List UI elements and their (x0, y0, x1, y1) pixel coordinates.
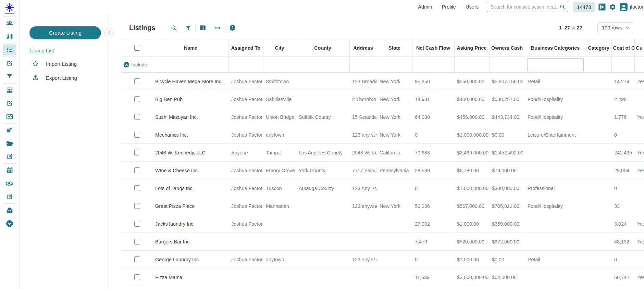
filter-icon[interactable] (181, 25, 195, 31)
row-checkbox[interactable] (134, 167, 140, 173)
column-header-name[interactable]: Name (153, 39, 228, 57)
table-row[interactable]: Lots of Drugs Inc.Joshua FactorTusconAut… (122, 179, 644, 197)
sidebar-item-folder[interactable] (0, 137, 19, 150)
cell-address (349, 233, 377, 251)
cell-state: New York (377, 73, 412, 90)
table-row[interactable]: Great Pizza PlaceJoshua FactorManhattan1… (122, 197, 644, 215)
cell-cu: Yes (634, 215, 644, 233)
nav-users[interactable]: Users (466, 4, 479, 10)
row-checkbox[interactable] (134, 221, 140, 227)
nav-admin[interactable]: Admin (418, 4, 432, 10)
column-header-assigned_to[interactable]: Assigned To (228, 39, 263, 57)
row-checkbox-cell (122, 233, 153, 251)
global-search-input[interactable] (487, 2, 568, 12)
cell-assigned_to: Joshua Factor (228, 251, 263, 268)
sidebar-item-mail[interactable] (0, 203, 19, 217)
sidebar-item-calendar[interactable] (0, 163, 19, 177)
column-header-state[interactable]: State (377, 39, 412, 57)
help-icon[interactable]: ? (225, 25, 239, 31)
column-header-city[interactable]: City (263, 39, 296, 57)
row-checkbox[interactable] (134, 185, 140, 191)
sidebar-item-compose[interactable] (0, 97, 19, 110)
column-header-cu[interactable]: Cu (634, 39, 644, 57)
table-row[interactable]: 2048 W. Kennedy, LLCAnyoneTampaLos Angel… (122, 144, 644, 162)
sidebar-item-edit[interactable] (0, 56, 19, 70)
cell-county (296, 251, 349, 268)
table-row[interactable]: Pizza Mama11,539$3,000,000.00$64,000.006… (122, 268, 644, 286)
export-listing-item[interactable]: Export Listing (32, 74, 109, 81)
cell-county (296, 90, 349, 108)
nav-profile[interactable]: Profile (442, 4, 456, 10)
rows-per-page-select[interactable]: 100 rows (597, 22, 633, 33)
sidebar-item-team[interactable] (0, 83, 19, 97)
columns-icon[interactable] (195, 24, 210, 31)
app-logo[interactable] (0, 0, 19, 16)
filter-cell-state (377, 57, 412, 73)
cell-cost_of_goods: 60,742 (611, 268, 634, 286)
cell-address: 15 Seaside (349, 108, 377, 126)
table-row[interactable]: Bicycle Haven Mega Store Inc.Joshua Fact… (122, 73, 644, 90)
sidebar-item-contacts[interactable] (0, 16, 19, 30)
notification-count-badge[interactable]: 14478 (573, 2, 595, 12)
business-categories-filter-input[interactable] (527, 58, 584, 71)
search-icon[interactable] (559, 4, 566, 10)
column-header-asking_price[interactable]: Asking Price (454, 39, 489, 57)
select-all-checkbox[interactable] (134, 45, 140, 51)
resize-horizontal-icon[interactable] (210, 24, 225, 32)
column-header-category[interactable]: Category (586, 39, 611, 57)
export-icon (32, 74, 39, 81)
table-row[interactable]: Mechanics Inc.Joshua Factoranytown123 an… (122, 126, 644, 144)
column-header-cost_of_goods[interactable]: Cost of Goods (611, 39, 634, 57)
include-filter-chip[interactable]: ✕Include (124, 62, 151, 67)
cell-address: 123 any st s (349, 126, 377, 144)
cell-owners_cash: $300,000.00 (489, 179, 525, 197)
row-checkbox[interactable] (134, 239, 140, 244)
remove-filter-icon[interactable]: ✕ (124, 62, 129, 67)
table-row[interactable]: Big Ben PubJoshua FactorSabillasville2 T… (122, 90, 644, 108)
sidebar-item-report-card[interactable] (0, 110, 19, 123)
create-listing-button[interactable]: Create Listing (29, 26, 101, 39)
row-checkbox-cell (122, 215, 153, 233)
panel-collapse-button[interactable] (104, 28, 114, 37)
sidebar-item-recruiting[interactable] (0, 30, 19, 43)
gear-icon[interactable] (609, 3, 616, 11)
row-checkbox[interactable] (134, 203, 140, 209)
table-row[interactable]: Jacks laundry Inc.Joshua Factor27,002$1,… (122, 215, 644, 233)
row-checkbox[interactable] (134, 78, 140, 84)
row-checkbox[interactable] (134, 132, 140, 138)
cell-cost_of_goods: 0 (611, 179, 634, 197)
column-header-net_cash_flow[interactable]: Net Cash Flow (412, 39, 454, 57)
sidebar-item-deals[interactable] (0, 177, 19, 190)
username-label[interactable]: jfactor (630, 4, 643, 10)
row-checkbox[interactable] (134, 150, 140, 155)
icon-rail (0, 0, 20, 289)
page-title: Listings (129, 24, 155, 32)
listing-list-link[interactable]: Listing List (29, 48, 109, 53)
slideout-panel-icon[interactable] (598, 3, 606, 11)
table-row[interactable]: Sushi Mitzuyan Inc.Joshua FactorUnion Br… (122, 108, 644, 126)
sidebar-item-filter[interactable] (0, 70, 19, 83)
column-header-county[interactable]: County (296, 39, 349, 57)
column-header-owners_cash[interactable]: Owners Cash (489, 39, 525, 57)
avatar-icon[interactable] (619, 3, 628, 11)
sidebar-item-forms[interactable] (0, 190, 19, 203)
sidebar-item-notes[interactable] (0, 150, 19, 163)
sidebar-item-more[interactable] (0, 217, 19, 230)
row-checkbox[interactable] (134, 274, 140, 280)
table-row[interactable]: WIne & Cheese Inc.Joshua FactorEmory Gro… (122, 162, 644, 179)
column-header-business_categories[interactable]: Business Categories (525, 39, 586, 57)
search-icon[interactable] (167, 25, 181, 31)
table-row[interactable]: Burgers Bar Inc.7,479$520,000.00$972,000… (122, 233, 644, 251)
row-checkbox[interactable] (134, 96, 140, 102)
import-listing-item[interactable]: Import Listing (32, 60, 109, 67)
cell-city: anytown (263, 251, 296, 268)
cell-owners_cash: $79,000.00 (489, 162, 525, 179)
row-checkbox[interactable] (134, 256, 140, 262)
table-row[interactable]: George Laundry Inc.Joshua Factoranytown1… (122, 251, 644, 268)
listings-header: Listings (109, 14, 644, 39)
sidebar-item-listings[interactable] (0, 43, 19, 56)
sidebar-item-share[interactable] (0, 123, 19, 137)
column-header-address[interactable]: Address (349, 39, 377, 57)
cell-assigned_to: Joshua Factor (228, 162, 263, 179)
row-checkbox[interactable] (134, 114, 140, 120)
